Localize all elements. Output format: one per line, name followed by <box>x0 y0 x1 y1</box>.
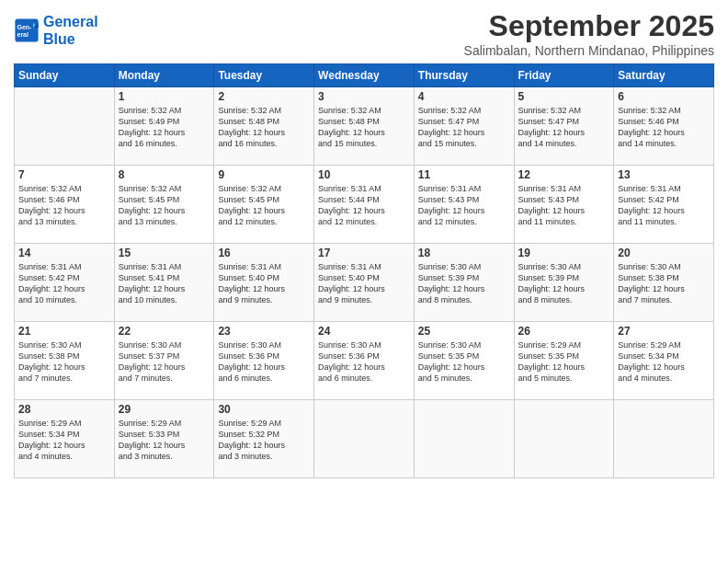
calendar-table: SundayMondayTuesdayWednesdayThursdayFrid… <box>14 63 714 478</box>
calendar-cell: 4Sunrise: 5:32 AM Sunset: 5:47 PM Daylig… <box>414 87 514 166</box>
location-title: Salimbalan, Northern Mindanao, Philippin… <box>464 43 714 58</box>
cell-text: Sunrise: 5:31 AM Sunset: 5:43 PM Dayligh… <box>518 183 610 228</box>
cell-text: Sunrise: 5:31 AM Sunset: 5:40 PM Dayligh… <box>318 261 410 306</box>
logo: Gen- eral General Blue <box>14 13 98 48</box>
day-number: 15 <box>119 247 210 259</box>
calendar-cell: 26Sunrise: 5:29 AM Sunset: 5:35 PM Dayli… <box>514 322 614 400</box>
day-number: 11 <box>418 168 510 181</box>
day-number: 19 <box>518 247 610 259</box>
cell-text: Sunrise: 5:32 AM Sunset: 5:49 PM Dayligh… <box>119 105 210 150</box>
calendar-cell <box>414 400 514 478</box>
calendar-cell: 16Sunrise: 5:31 AM Sunset: 5:40 PM Dayli… <box>214 244 314 322</box>
logo-text-general: General <box>43 13 98 30</box>
calendar-cell: 18Sunrise: 5:30 AM Sunset: 5:39 PM Dayli… <box>414 244 514 322</box>
cell-text: Sunrise: 5:32 AM Sunset: 5:47 PM Dayligh… <box>518 105 610 150</box>
day-number: 30 <box>218 403 310 416</box>
cell-text: Sunrise: 5:31 AM Sunset: 5:42 PM Dayligh… <box>618 183 710 228</box>
header-saturday: Saturday <box>614 64 714 87</box>
calendar-cell: 27Sunrise: 5:29 AM Sunset: 5:34 PM Dayli… <box>614 322 714 400</box>
calendar-cell <box>614 400 714 478</box>
day-number: 4 <box>418 90 510 103</box>
calendar-cell <box>15 87 115 166</box>
header-row: SundayMondayTuesdayWednesdayThursdayFrid… <box>15 64 714 87</box>
header-tuesday: Tuesday <box>214 64 314 87</box>
calendar-cell: 1Sunrise: 5:32 AM Sunset: 5:49 PM Daylig… <box>114 87 214 166</box>
calendar-cell: 22Sunrise: 5:30 AM Sunset: 5:37 PM Dayli… <box>114 322 214 400</box>
calendar-cell: 14Sunrise: 5:31 AM Sunset: 5:42 PM Dayli… <box>15 244 115 322</box>
day-number: 20 <box>618 247 710 259</box>
cell-text: Sunrise: 5:32 AM Sunset: 5:48 PM Dayligh… <box>318 105 410 150</box>
cell-text: Sunrise: 5:32 AM Sunset: 5:46 PM Dayligh… <box>18 183 110 228</box>
day-number: 28 <box>18 403 110 416</box>
day-number: 3 <box>318 90 410 103</box>
calendar-cell: 24Sunrise: 5:30 AM Sunset: 5:36 PM Dayli… <box>314 322 415 400</box>
day-number: 6 <box>618 90 710 103</box>
week-row-2: 7Sunrise: 5:32 AM Sunset: 5:46 PM Daylig… <box>15 166 714 244</box>
day-number: 5 <box>518 90 610 103</box>
cell-text: Sunrise: 5:30 AM Sunset: 5:39 PM Dayligh… <box>418 261 510 306</box>
cell-text: Sunrise: 5:30 AM Sunset: 5:39 PM Dayligh… <box>518 261 610 306</box>
day-number: 29 <box>119 403 210 416</box>
cell-text: Sunrise: 5:29 AM Sunset: 5:33 PM Dayligh… <box>119 418 210 463</box>
cell-text: Sunrise: 5:31 AM Sunset: 5:41 PM Dayligh… <box>119 261 210 306</box>
page-header: Gen- eral General Blue September 2025 Sa… <box>14 9 714 58</box>
cell-text: Sunrise: 5:29 AM Sunset: 5:34 PM Dayligh… <box>18 418 110 463</box>
calendar-cell: 10Sunrise: 5:31 AM Sunset: 5:44 PM Dayli… <box>314 166 415 244</box>
calendar-cell <box>514 400 614 478</box>
day-number: 12 <box>518 168 610 181</box>
cell-text: Sunrise: 5:31 AM Sunset: 5:42 PM Dayligh… <box>18 261 110 306</box>
calendar-cell: 20Sunrise: 5:30 AM Sunset: 5:38 PM Dayli… <box>614 244 714 322</box>
week-row-1: 1Sunrise: 5:32 AM Sunset: 5:49 PM Daylig… <box>15 87 714 166</box>
day-number: 25 <box>418 325 510 338</box>
day-number: 9 <box>218 168 310 181</box>
cell-text: Sunrise: 5:32 AM Sunset: 5:45 PM Dayligh… <box>119 183 210 228</box>
month-title: September 2025 <box>464 9 714 43</box>
cell-text: Sunrise: 5:31 AM Sunset: 5:44 PM Dayligh… <box>318 183 410 228</box>
day-number: 2 <box>218 90 310 103</box>
logo-text-blue: Blue <box>43 30 98 48</box>
day-number: 18 <box>418 247 510 259</box>
calendar-cell: 25Sunrise: 5:30 AM Sunset: 5:35 PM Dayli… <box>414 322 514 400</box>
svg-text:Gen-: Gen- <box>17 24 33 30</box>
week-row-3: 14Sunrise: 5:31 AM Sunset: 5:42 PM Dayli… <box>15 244 714 322</box>
calendar-cell: 30Sunrise: 5:29 AM Sunset: 5:32 PM Dayli… <box>214 400 314 478</box>
calendar-cell: 7Sunrise: 5:32 AM Sunset: 5:46 PM Daylig… <box>15 166 115 244</box>
day-number: 24 <box>318 325 410 338</box>
svg-text:eral: eral <box>17 31 29 38</box>
cell-text: Sunrise: 5:32 AM Sunset: 5:45 PM Dayligh… <box>218 183 310 228</box>
header-sunday: Sunday <box>15 64 115 87</box>
day-number: 1 <box>119 90 210 103</box>
header-wednesday: Wednesday <box>314 64 415 87</box>
week-row-5: 28Sunrise: 5:29 AM Sunset: 5:34 PM Dayli… <box>15 400 714 478</box>
cell-text: Sunrise: 5:30 AM Sunset: 5:38 PM Dayligh… <box>618 261 710 306</box>
day-number: 17 <box>318 247 410 259</box>
calendar-cell: 12Sunrise: 5:31 AM Sunset: 5:43 PM Dayli… <box>514 166 614 244</box>
calendar-cell: 9Sunrise: 5:32 AM Sunset: 5:45 PM Daylig… <box>214 166 314 244</box>
calendar-cell <box>314 400 415 478</box>
header-monday: Monday <box>114 64 214 87</box>
cell-text: Sunrise: 5:30 AM Sunset: 5:37 PM Dayligh… <box>119 339 210 385</box>
day-number: 16 <box>218 247 310 259</box>
day-number: 26 <box>518 325 610 338</box>
logo-icon: Gen- eral <box>14 17 40 43</box>
calendar-cell: 17Sunrise: 5:31 AM Sunset: 5:40 PM Dayli… <box>314 244 415 322</box>
cell-text: Sunrise: 5:30 AM Sunset: 5:38 PM Dayligh… <box>18 339 110 385</box>
header-thursday: Thursday <box>414 64 514 87</box>
calendar-cell: 19Sunrise: 5:30 AM Sunset: 5:39 PM Dayli… <box>514 244 614 322</box>
day-number: 14 <box>18 247 110 259</box>
calendar-cell: 5Sunrise: 5:32 AM Sunset: 5:47 PM Daylig… <box>514 87 614 166</box>
day-number: 27 <box>618 325 710 338</box>
day-number: 8 <box>119 168 210 181</box>
day-number: 22 <box>119 325 210 338</box>
svg-rect-0 <box>15 19 38 42</box>
cell-text: Sunrise: 5:30 AM Sunset: 5:36 PM Dayligh… <box>318 339 410 385</box>
cell-text: Sunrise: 5:31 AM Sunset: 5:43 PM Dayligh… <box>418 183 510 228</box>
week-row-4: 21Sunrise: 5:30 AM Sunset: 5:38 PM Dayli… <box>15 322 714 400</box>
cell-text: Sunrise: 5:29 AM Sunset: 5:35 PM Dayligh… <box>518 339 610 385</box>
calendar-cell: 6Sunrise: 5:32 AM Sunset: 5:46 PM Daylig… <box>614 87 714 166</box>
day-number: 23 <box>218 325 310 338</box>
calendar-cell: 2Sunrise: 5:32 AM Sunset: 5:48 PM Daylig… <box>214 87 314 166</box>
day-number: 10 <box>318 168 410 181</box>
calendar-cell: 11Sunrise: 5:31 AM Sunset: 5:43 PM Dayli… <box>414 166 514 244</box>
calendar-cell: 28Sunrise: 5:29 AM Sunset: 5:34 PM Dayli… <box>15 400 115 478</box>
